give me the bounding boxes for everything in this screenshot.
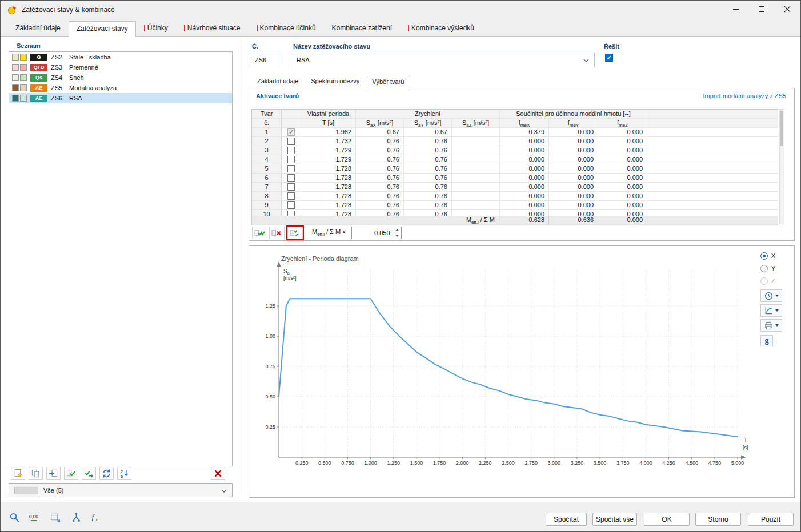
select-all-shapes-button[interactable] [252,227,267,239]
load-case-item[interactable]: QI BZS3Premenné [9,62,232,72]
sub-tab-1[interactable]: Základní údaje [251,75,305,88]
column-header: fmeY [549,119,598,128]
main-tab-7[interactable]: Kombinace výsledků [400,21,482,36]
maximize-button[interactable] [749,1,775,18]
load-case-item[interactable]: QsZS4Sneh [9,72,232,83]
shape-row[interactable]: 101.7280.760.760.0000.0000.000 [252,210,778,216]
button-storno[interactable]: Storno [695,513,741,526]
shape-checkbox[interactable] [287,201,295,209]
g-units-button[interactable]: g [760,335,773,346]
row-number: 10 [252,210,282,216]
shape-row[interactable]: 91.7280.760.760.0000.0000.000 [252,201,778,210]
load-case-item[interactable]: GZS2Stále - skladba [9,52,232,62]
cell-value: 0.76 [356,137,404,146]
load-case-item[interactable]: AEZS5Modalna analyza [9,83,232,93]
main-tab-5[interactable]: Kombinace účinků [249,21,324,36]
cell-value: 0.000 [500,183,549,192]
shape-row[interactable]: 81.7280.760.760.0000.0000.000 [252,192,778,201]
button-spočítat[interactable]: Spočítat [546,513,587,526]
shape-row[interactable]: 41.7290.760.760.0000.0000.000 [252,155,778,164]
shape-checkbox[interactable] [287,174,295,182]
shape-row[interactable]: 61.7280.760.760.0000.0000.000 [252,174,778,183]
new-button[interactable] [11,467,25,480]
button-ok[interactable]: OK [644,513,690,526]
diagram-settings-button[interactable] [760,304,782,317]
tab-label: Základní údaje [15,24,61,32]
apply-criterion-button[interactable]: < [287,227,303,239]
load-case-item[interactable]: AEZS6RSA [9,93,232,103]
shape-checkbox[interactable] [287,211,295,216]
app-icon [7,5,17,15]
main-tab-4[interactable]: Návrhové situace [176,21,249,36]
shape-row[interactable]: 51.7280.760.760.0000.0000.000 [252,164,778,174]
shape-checkbox[interactable] [287,165,295,172]
shape-checkbox[interactable] [287,147,295,154]
minimize-button[interactable] [723,1,749,18]
cell-value: 0.000 [549,137,598,146]
list-filter-dropdown[interactable]: Vše (5) [9,483,233,497]
scrollbar-thumb[interactable] [780,111,783,146]
axis-radio-x[interactable]: X [760,249,794,262]
shape-row[interactable]: 11.9620.670.670.3790.0000.000 [252,128,778,137]
renumber-button[interactable] [99,467,114,480]
axis-radio-z[interactable]: Z [760,275,794,287]
branch-button[interactable] [68,510,84,525]
axis-radio-y[interactable]: Y [760,262,794,275]
copy-icon [31,469,41,478]
shape-checkbox[interactable] [287,192,295,200]
shape-checkbox[interactable] [287,156,295,163]
main-tab-3[interactable]: Účinky [136,21,176,36]
main-tab-2[interactable]: Zatěžovací stavy [69,21,136,37]
spin-up-button[interactable] [393,227,401,233]
delete-icon [214,469,222,478]
sub-tab-2[interactable]: Spektrum odezvy [305,75,366,88]
svg-text:0.25: 0.25 [265,424,275,430]
sub-tab-3[interactable]: Výběr tvarů [366,76,410,88]
chevron-down-icon [583,57,589,63]
main-tab-6[interactable]: Kombinace zatížení [324,21,400,36]
close-button[interactable] [775,1,800,18]
caret-down-icon [775,309,779,312]
shape-checkbox[interactable] [287,183,295,191]
printer-icon [764,321,774,331]
button-použít[interactable]: Použít [748,513,794,526]
table-footer-row: Meff.i / Σ M0.6280.6360.000 [252,216,778,225]
shape-checkbox[interactable] [287,138,295,145]
deselect-all-shapes-button[interactable] [269,227,285,239]
svg-text:1.250: 1.250 [387,460,400,466]
row-number: 3 [252,146,282,155]
sort-button[interactable]: 26 [117,467,131,480]
main-tab-1[interactable]: Základní údaje [7,21,69,36]
column-header-unit: [m/s²] [472,119,490,126]
solve-checkbox[interactable] [605,54,613,62]
shape-checkbox[interactable] [287,128,295,136]
decimals-button[interactable]: 0,00 [27,510,43,525]
shape-row[interactable]: 31.7290.760.760.0000.0000.000 [252,146,778,155]
cell-value: 1.728 [301,164,356,174]
spin-down-button[interactable] [393,233,401,239]
print-button[interactable] [760,319,782,332]
copy-button[interactable] [29,467,43,480]
shape-row[interactable]: 71.7280.760.760.0000.0000.000 [252,183,778,192]
load-case-name: RSA [69,95,82,102]
table-scrollbar[interactable] [779,109,784,224]
zoom-button[interactable] [6,510,22,525]
corner-top: Tvar [252,110,282,119]
period-settings-button[interactable] [760,289,782,302]
fx-button[interactable]: fx [89,510,105,525]
load-case-number-field[interactable] [251,53,279,67]
import-link[interactable]: Import modální analýzy z ZS5 [703,92,786,99]
units-button[interactable] [47,510,63,525]
svg-text:0.500: 0.500 [318,460,331,466]
threshold-input[interactable] [352,227,393,239]
delete-all-button[interactable] [211,467,225,480]
import-button[interactable] [46,467,61,480]
shape-table-head: TvarVlastní periodaZrychleníSoučinitel p… [252,110,778,128]
shape-row[interactable]: 21.7320.760.760.0000.0000.000 [252,137,778,146]
column-header-sub: aX [370,123,376,128]
load-case-name-combo[interactable]: RSA [291,53,595,67]
button-spočítat-vše[interactable]: Spočítat vše [592,513,637,526]
check-all-button[interactable] [64,467,78,480]
titlebar: Zatěžovací stavy & kombinace [1,1,800,19]
check-toggle-button[interactable] [82,467,96,480]
